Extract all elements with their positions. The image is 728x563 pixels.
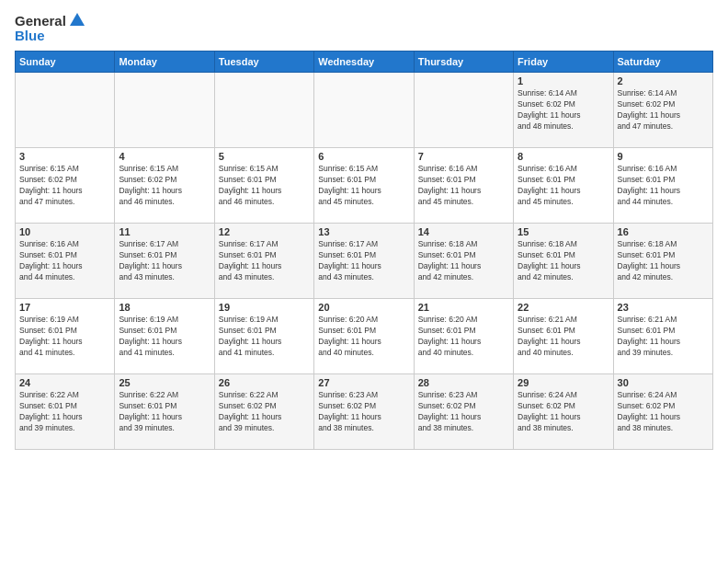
day-of-week-header: Wednesday <box>314 52 414 73</box>
day-number: 24 <box>19 377 110 388</box>
day-detail: Sunrise: 6:19 AM Sunset: 6:01 PM Dayligh… <box>219 315 310 359</box>
day-of-week-header: Monday <box>115 52 214 73</box>
day-detail: Sunrise: 6:17 AM Sunset: 6:01 PM Dayligh… <box>219 239 310 283</box>
day-number: 5 <box>219 151 310 162</box>
day-number: 12 <box>219 226 310 237</box>
day-number: 17 <box>19 302 110 313</box>
logo-blue: Blue <box>15 28 45 43</box>
calendar-week-row: 3Sunrise: 6:15 AM Sunset: 6:02 PM Daylig… <box>16 148 713 224</box>
calendar-day-cell: 16Sunrise: 6:18 AM Sunset: 6:01 PM Dayli… <box>613 224 712 299</box>
calendar-day-cell: 15Sunrise: 6:18 AM Sunset: 6:01 PM Dayli… <box>514 224 613 299</box>
day-detail: Sunrise: 6:24 AM Sunset: 6:02 PM Dayligh… <box>518 390 609 434</box>
calendar-day-cell: 22Sunrise: 6:21 AM Sunset: 6:01 PM Dayli… <box>514 299 613 374</box>
day-of-week-header: Friday <box>514 52 613 73</box>
calendar-day-cell: 9Sunrise: 6:16 AM Sunset: 6:01 PM Daylig… <box>613 148 712 224</box>
day-detail: Sunrise: 6:22 AM Sunset: 6:01 PM Dayligh… <box>19 390 110 434</box>
day-number: 15 <box>518 226 609 237</box>
calendar-day-cell: 1Sunrise: 6:14 AM Sunset: 6:02 PM Daylig… <box>514 73 613 148</box>
day-detail: Sunrise: 6:22 AM Sunset: 6:01 PM Dayligh… <box>119 390 210 434</box>
day-detail: Sunrise: 6:20 AM Sunset: 6:01 PM Dayligh… <box>318 315 409 359</box>
calendar-day-cell: 4Sunrise: 6:15 AM Sunset: 6:02 PM Daylig… <box>115 148 214 224</box>
logo-general: General <box>15 13 66 29</box>
day-number: 26 <box>219 377 310 388</box>
day-detail: Sunrise: 6:16 AM Sunset: 6:01 PM Dayligh… <box>618 164 709 208</box>
day-number: 23 <box>618 302 709 313</box>
calendar-day-cell: 27Sunrise: 6:23 AM Sunset: 6:02 PM Dayli… <box>314 374 414 450</box>
calendar-day-cell: 25Sunrise: 6:22 AM Sunset: 6:01 PM Dayli… <box>115 374 214 450</box>
calendar-day-cell: 11Sunrise: 6:17 AM Sunset: 6:01 PM Dayli… <box>115 224 214 299</box>
day-number: 25 <box>119 377 210 388</box>
calendar-day-cell <box>314 73 414 148</box>
calendar-day-cell <box>414 73 513 148</box>
logo: General Blue <box>15 11 86 43</box>
day-number: 3 <box>19 151 110 162</box>
calendar-day-cell: 12Sunrise: 6:17 AM Sunset: 6:01 PM Dayli… <box>214 224 313 299</box>
day-number: 22 <box>518 302 609 313</box>
day-detail: Sunrise: 6:20 AM Sunset: 6:01 PM Dayligh… <box>418 315 509 359</box>
day-detail: Sunrise: 6:15 AM Sunset: 6:01 PM Dayligh… <box>219 164 310 208</box>
calendar-day-cell: 21Sunrise: 6:20 AM Sunset: 6:01 PM Dayli… <box>414 299 513 374</box>
svg-marker-0 <box>70 13 85 26</box>
day-of-week-header: Saturday <box>613 52 712 73</box>
calendar-day-cell: 26Sunrise: 6:22 AM Sunset: 6:02 PM Dayli… <box>214 374 313 450</box>
calendar-day-cell: 30Sunrise: 6:24 AM Sunset: 6:02 PM Dayli… <box>613 374 712 450</box>
day-number: 6 <box>318 151 409 162</box>
day-number: 8 <box>518 151 609 162</box>
calendar-week-row: 1Sunrise: 6:14 AM Sunset: 6:02 PM Daylig… <box>16 73 713 148</box>
calendar-day-cell: 6Sunrise: 6:15 AM Sunset: 6:01 PM Daylig… <box>314 148 414 224</box>
day-of-week-header: Sunday <box>16 52 115 73</box>
day-number: 14 <box>418 226 509 237</box>
page: General Blue SundayMondayTuesdayWednesda… <box>0 0 728 563</box>
day-number: 21 <box>418 302 509 313</box>
day-detail: Sunrise: 6:24 AM Sunset: 6:02 PM Dayligh… <box>618 390 709 434</box>
calendar-day-cell: 7Sunrise: 6:16 AM Sunset: 6:01 PM Daylig… <box>414 148 513 224</box>
calendar-day-cell <box>115 73 214 148</box>
calendar-week-row: 24Sunrise: 6:22 AM Sunset: 6:01 PM Dayli… <box>16 374 713 450</box>
day-detail: Sunrise: 6:16 AM Sunset: 6:01 PM Dayligh… <box>518 164 609 208</box>
calendar-table: SundayMondayTuesdayWednesdayThursdayFrid… <box>15 51 713 450</box>
calendar-day-cell: 19Sunrise: 6:19 AM Sunset: 6:01 PM Dayli… <box>214 299 313 374</box>
day-number: 30 <box>618 377 709 388</box>
calendar-day-cell: 28Sunrise: 6:23 AM Sunset: 6:02 PM Dayli… <box>414 374 513 450</box>
day-of-week-header: Tuesday <box>214 52 313 73</box>
day-detail: Sunrise: 6:15 AM Sunset: 6:01 PM Dayligh… <box>318 164 409 208</box>
day-number: 19 <box>219 302 310 313</box>
day-detail: Sunrise: 6:18 AM Sunset: 6:01 PM Dayligh… <box>618 239 709 283</box>
calendar-day-cell: 24Sunrise: 6:22 AM Sunset: 6:01 PM Dayli… <box>16 374 115 450</box>
day-detail: Sunrise: 6:16 AM Sunset: 6:01 PM Dayligh… <box>19 239 110 283</box>
day-detail: Sunrise: 6:23 AM Sunset: 6:02 PM Dayligh… <box>318 390 409 434</box>
header: General Blue <box>15 11 713 43</box>
day-detail: Sunrise: 6:15 AM Sunset: 6:02 PM Dayligh… <box>19 164 110 208</box>
calendar-day-cell: 23Sunrise: 6:21 AM Sunset: 6:01 PM Dayli… <box>613 299 712 374</box>
day-number: 28 <box>418 377 509 388</box>
day-number: 16 <box>618 226 709 237</box>
calendar-day-cell <box>214 73 313 148</box>
calendar-header-row: SundayMondayTuesdayWednesdayThursdayFrid… <box>16 52 713 73</box>
day-number: 1 <box>518 75 609 86</box>
day-detail: Sunrise: 6:18 AM Sunset: 6:01 PM Dayligh… <box>518 239 609 283</box>
day-number: 2 <box>618 75 709 86</box>
day-detail: Sunrise: 6:15 AM Sunset: 6:02 PM Dayligh… <box>119 164 210 208</box>
day-number: 20 <box>318 302 409 313</box>
calendar-day-cell: 2Sunrise: 6:14 AM Sunset: 6:02 PM Daylig… <box>613 73 712 148</box>
calendar-day-cell: 5Sunrise: 6:15 AM Sunset: 6:01 PM Daylig… <box>214 148 313 224</box>
calendar-day-cell: 18Sunrise: 6:19 AM Sunset: 6:01 PM Dayli… <box>115 299 214 374</box>
day-detail: Sunrise: 6:21 AM Sunset: 6:01 PM Dayligh… <box>518 315 609 359</box>
calendar-day-cell: 13Sunrise: 6:17 AM Sunset: 6:01 PM Dayli… <box>314 224 414 299</box>
day-number: 11 <box>119 226 210 237</box>
day-detail: Sunrise: 6:16 AM Sunset: 6:01 PM Dayligh… <box>418 164 509 208</box>
day-detail: Sunrise: 6:21 AM Sunset: 6:01 PM Dayligh… <box>618 315 709 359</box>
day-detail: Sunrise: 6:18 AM Sunset: 6:01 PM Dayligh… <box>418 239 509 283</box>
calendar-day-cell: 3Sunrise: 6:15 AM Sunset: 6:02 PM Daylig… <box>16 148 115 224</box>
logo-icon <box>68 11 86 29</box>
day-detail: Sunrise: 6:23 AM Sunset: 6:02 PM Dayligh… <box>418 390 509 434</box>
calendar-day-cell: 20Sunrise: 6:20 AM Sunset: 6:01 PM Dayli… <box>314 299 414 374</box>
day-number: 18 <box>119 302 210 313</box>
day-number: 10 <box>19 226 110 237</box>
calendar-day-cell: 10Sunrise: 6:16 AM Sunset: 6:01 PM Dayli… <box>16 224 115 299</box>
day-detail: Sunrise: 6:17 AM Sunset: 6:01 PM Dayligh… <box>318 239 409 283</box>
day-number: 13 <box>318 226 409 237</box>
day-number: 29 <box>518 377 609 388</box>
day-number: 27 <box>318 377 409 388</box>
calendar-day-cell: 17Sunrise: 6:19 AM Sunset: 6:01 PM Dayli… <box>16 299 115 374</box>
